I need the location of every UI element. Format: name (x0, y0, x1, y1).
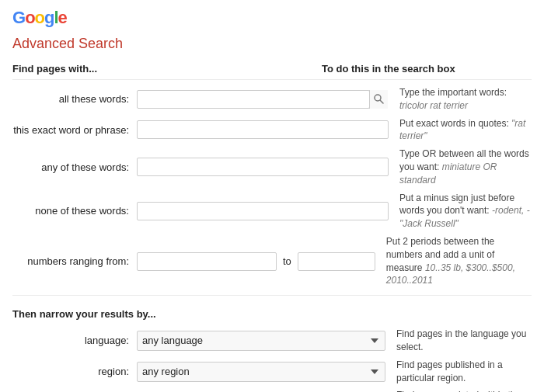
none-words-input-area (137, 202, 389, 220)
svg-line-1 (380, 100, 383, 103)
numbers-range-to-input[interactable] (298, 252, 375, 271)
any-words-input-area (137, 158, 389, 176)
any-words-input[interactable] (137, 158, 389, 176)
exact-phrase-row: this exact word or phrase: Put exact wor… (12, 117, 532, 144)
all-words-search-icon[interactable] (369, 90, 388, 109)
exact-phrase-input-area (137, 120, 389, 139)
find-pages-header: Find pages with... To do this in the sea… (12, 63, 532, 80)
to-label: to (277, 255, 298, 267)
numbers-range-hint-example: 10..35 lb, $300..$500, 2010..2011 (386, 262, 515, 286)
numbers-range-row: numbers ranging from: to Put 2 periods b… (12, 235, 532, 287)
logo-e: e (58, 8, 67, 27)
none-words-row: none of these words: Put a minus sign ju… (12, 192, 532, 231)
numbers-range-label: numbers ranging from: (12, 255, 137, 267)
exact-phrase-input[interactable] (137, 120, 389, 139)
none-words-hint: Put a minus sign just before words you d… (389, 192, 532, 231)
exact-phrase-hint-example: "rat terrier" (399, 118, 525, 142)
numbers-range-hint: Put 2 periods between the numbers and ad… (375, 235, 532, 287)
all-words-row: all these words: Type the important word… (12, 86, 532, 113)
language-input-area: any language Arabic Chinese (Simplified)… (137, 331, 385, 351)
none-words-hint-example: -rodent, -"Jack Russell" (399, 205, 530, 229)
language-hint: Find pages in the language you select. (385, 328, 532, 354)
all-words-input[interactable] (137, 90, 370, 109)
all-words-hint-example: tricolor rat terrier (399, 100, 468, 111)
language-label: language: (12, 335, 137, 346)
exact-phrase-hint: Put exact words in quotes: "rat terrier" (389, 117, 532, 144)
region-input-area: any region (137, 362, 385, 382)
page-title: Advanced Search (0, 28, 544, 63)
google-logo: Google (12, 8, 67, 28)
main-content: Find pages with... To do this in the sea… (0, 63, 544, 392)
region-hint: Find pages published in a particular reg… (385, 359, 532, 385)
none-words-label: none of these words: (12, 205, 137, 217)
any-words-hint: Type OR between all the words you want: … (389, 147, 532, 186)
logo-o1: o (25, 8, 34, 27)
language-row: language: any language Arabic Chinese (S… (12, 328, 532, 354)
header: Google (0, 0, 544, 28)
all-words-label: all these words: (12, 93, 137, 105)
search-box-hint-label: To do this in the search box (322, 63, 532, 75)
numbers-range-input-area: to (137, 252, 375, 271)
any-words-label: any of these words: (12, 161, 137, 173)
last-update-row: last update: anytime past 24 hours past … (12, 389, 532, 392)
find-pages-label: Find pages with... (12, 63, 97, 75)
any-words-hint-example: miniature OR standard (399, 161, 497, 186)
region-label: region: (12, 366, 137, 377)
numbers-range-from-input[interactable] (137, 252, 277, 271)
language-select[interactable]: any language Arabic Chinese (Simplified)… (137, 331, 385, 351)
all-words-hint: Type the important words: tricolor rat t… (389, 86, 532, 113)
logo-g2: g (44, 8, 54, 27)
logo-o2: o (35, 8, 44, 27)
any-words-row: any of these words: Type OR between all … (12, 147, 532, 186)
magnifier-icon (374, 94, 384, 104)
exact-phrase-label: this exact word or phrase: (12, 124, 137, 136)
region-select[interactable]: any region (137, 362, 385, 382)
section-divider (12, 295, 532, 296)
region-row: region: any region Find pages published … (12, 359, 532, 385)
none-words-input[interactable] (137, 202, 389, 220)
all-words-input-area (137, 90, 389, 109)
logo-g: G (12, 8, 25, 27)
last-update-hint: Find pages updated within the time you s… (385, 389, 532, 392)
narrow-results-title: Then narrow your results by... (12, 308, 532, 320)
